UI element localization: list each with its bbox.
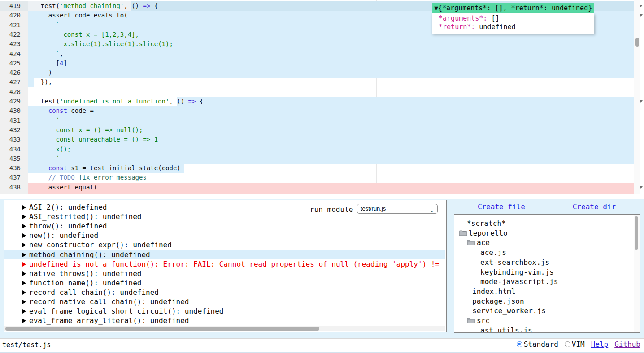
code-token: [ xyxy=(33,60,60,67)
gutter-line-number[interactable]: 425 xyxy=(0,59,28,69)
gutter-line-number[interactable]: 424 xyxy=(0,49,28,59)
code-line[interactable]: 434 x(); xyxy=(0,145,644,155)
gutter-line-number[interactable]: 432 xyxy=(0,125,28,135)
calltree-row-label: eval_frame logical short circuit(): unde… xyxy=(29,306,223,316)
expand-arrow-icon[interactable] xyxy=(22,281,26,285)
expand-arrow-icon[interactable] xyxy=(22,215,26,219)
code-line[interactable]: 426 ) xyxy=(0,68,644,78)
calltree-row[interactable]: function name(): undefined xyxy=(4,278,447,288)
calltree-row[interactable]: undefined is not a function(): Error: FA… xyxy=(4,259,447,269)
code-line-text: const code = xyxy=(33,106,94,116)
gutter-line-number[interactable]: 437 xyxy=(0,173,28,183)
file-tree-item[interactable]: ast_utils.js xyxy=(480,326,532,333)
code-line[interactable]: 423 x.slice(1).slice(1).slice(1); xyxy=(0,39,644,49)
expand-arrow-icon[interactable] xyxy=(22,262,26,267)
calltree-scrollbar-thumb[interactable] xyxy=(5,327,319,331)
radio-standard[interactable]: Standard xyxy=(517,340,558,349)
editor-vertical-scrollbar[interactable] xyxy=(634,0,640,194)
file-name-label: *scratch* xyxy=(467,219,506,228)
calltree-row[interactable]: eval_frame array_literal(): undefined xyxy=(4,316,447,325)
gutter-line-number[interactable]: 435 xyxy=(0,154,28,164)
calltree-row[interactable]: new constructor expr(): undefined xyxy=(4,240,447,250)
code-line[interactable]: 433 const unreachable = () => 1 xyxy=(0,135,644,145)
radio-standard-icon[interactable] xyxy=(517,341,522,347)
expand-arrow-icon[interactable] xyxy=(22,205,26,210)
gutter-line-number[interactable]: 423 xyxy=(0,39,28,49)
calltree-row[interactable]: eval_frame logical short circuit(): unde… xyxy=(4,306,447,316)
expand-arrow-icon[interactable] xyxy=(22,290,26,295)
code-line[interactable]: 438 assert_equal( xyxy=(0,183,644,193)
tooltip-header[interactable]: ▼{*arguments*: [], *return*: undefined} xyxy=(432,3,594,13)
expand-arrow-icon[interactable] xyxy=(22,319,26,323)
selection-highlight xyxy=(28,106,634,116)
expand-arrow-icon[interactable] xyxy=(22,253,26,257)
file-tree-panel[interactable]: *scratch*leporelloaceace.jsext-searchbox… xyxy=(454,214,640,333)
calltree-row[interactable]: method chaining(): undefined xyxy=(4,250,445,259)
gutter-line-number[interactable]: 438 xyxy=(0,183,28,193)
create-dir-link[interactable]: Create dir xyxy=(573,202,616,211)
code-line[interactable]: 432 const x = () => null(); xyxy=(0,125,644,135)
calltree-horizontal-scrollbar[interactable] xyxy=(4,326,445,331)
calltree-row[interactable]: throw(): undefined xyxy=(4,221,447,231)
file-tree-dir[interactable]: leporello xyxy=(459,228,508,238)
calltree-row[interactable]: native throws(): undefined xyxy=(4,269,447,278)
code-line[interactable]: 425 [4] xyxy=(0,59,644,69)
files-scrollbar-thumb[interactable] xyxy=(635,216,638,250)
radio-vim[interactable]: VIM xyxy=(565,340,585,349)
gutter-line-number[interactable]: 430 xyxy=(0,106,28,116)
code-line[interactable]: 427 }), xyxy=(0,77,644,87)
code-line[interactable]: 424 `, xyxy=(0,49,644,59)
gutter-line-number[interactable]: 439 xyxy=(0,192,28,194)
create-file-link[interactable]: Create file xyxy=(478,202,525,211)
file-tree-item[interactable]: package.json xyxy=(472,297,524,306)
file-tree-item[interactable]: *scratch* xyxy=(467,219,506,228)
calltree-panel[interactable]: run module test/run.js ⌄ ASI_2(): undefi… xyxy=(4,200,447,332)
code-line[interactable]: 435 ` xyxy=(0,154,644,164)
calltree-row[interactable]: new(): undefined xyxy=(4,231,447,240)
gutter-line-number[interactable]: 428 xyxy=(0,87,28,97)
file-tree-item[interactable]: service_worker.js xyxy=(472,306,546,315)
expand-arrow-icon[interactable] xyxy=(22,309,26,314)
code-line[interactable]: 439 s2.calltree(4) xyxy=(0,192,644,194)
gutter-line-number[interactable]: 420 xyxy=(0,11,28,21)
gutter-line-number[interactable]: 433 xyxy=(0,135,28,145)
expand-arrow-icon[interactable] xyxy=(22,224,26,228)
gutter-line-number[interactable]: 434 xyxy=(0,145,28,155)
gutter-line-number[interactable]: 431 xyxy=(0,116,28,126)
code-line[interactable]: 437 // TODO fix error messages xyxy=(0,173,644,183)
files-vertical-scrollbar[interactable] xyxy=(634,215,640,332)
indent-guide-line xyxy=(40,11,40,87)
file-tree-item[interactable]: index.html xyxy=(472,287,515,296)
gutter-line-number[interactable]: 426 xyxy=(0,68,28,78)
file-tree-dir[interactable]: src xyxy=(467,316,490,325)
calltree-row[interactable]: record call chain(): undefined xyxy=(4,288,447,297)
github-link[interactable]: Github xyxy=(614,340,640,349)
file-tree-item[interactable]: keybinding-vim.js xyxy=(480,267,554,277)
calltree-row[interactable]: record native call chain(): undefined xyxy=(4,297,447,306)
editor-scrollbar-thumb[interactable] xyxy=(635,38,639,47)
gutter-line-number[interactable]: 421 xyxy=(0,21,28,30)
code-line[interactable]: 431 ` xyxy=(0,116,644,126)
file-tree-item[interactable]: ext-searchbox.js xyxy=(480,258,549,267)
gutter-line-number[interactable]: 436 xyxy=(0,164,28,173)
file-tree-dir[interactable]: ace xyxy=(467,238,490,247)
calltree-row[interactable]: ASI_restrited(): undefined xyxy=(4,212,447,221)
gutter-line-number[interactable]: 422 xyxy=(0,30,28,40)
radio-vim-icon[interactable] xyxy=(565,341,570,347)
help-link[interactable]: Help xyxy=(591,340,609,349)
calltree-row[interactable]: ASI_2(): undefined xyxy=(4,202,447,212)
gutter-line-number[interactable]: 427 xyxy=(0,77,28,87)
code-line[interactable]: 428 xyxy=(0,87,644,97)
file-tree-item[interactable]: ace.js xyxy=(480,248,506,257)
code-line[interactable]: 436 const s1 = test_initial_state(code) xyxy=(0,164,644,173)
code-line[interactable]: 429 test('undefined is not a function', … xyxy=(0,97,644,107)
expand-arrow-icon[interactable] xyxy=(22,300,26,304)
code-line[interactable]: 430 const code = xyxy=(0,106,644,116)
expand-arrow-icon[interactable] xyxy=(22,271,26,276)
expand-arrow-icon[interactable] xyxy=(22,233,26,238)
gutter-line-number[interactable]: 419 xyxy=(0,1,28,11)
file-tree-item[interactable]: mode-javascript.js xyxy=(480,277,558,286)
folder-icon xyxy=(467,317,475,323)
gutter-line-number[interactable]: 429 xyxy=(0,97,28,107)
expand-arrow-icon[interactable] xyxy=(22,243,26,247)
